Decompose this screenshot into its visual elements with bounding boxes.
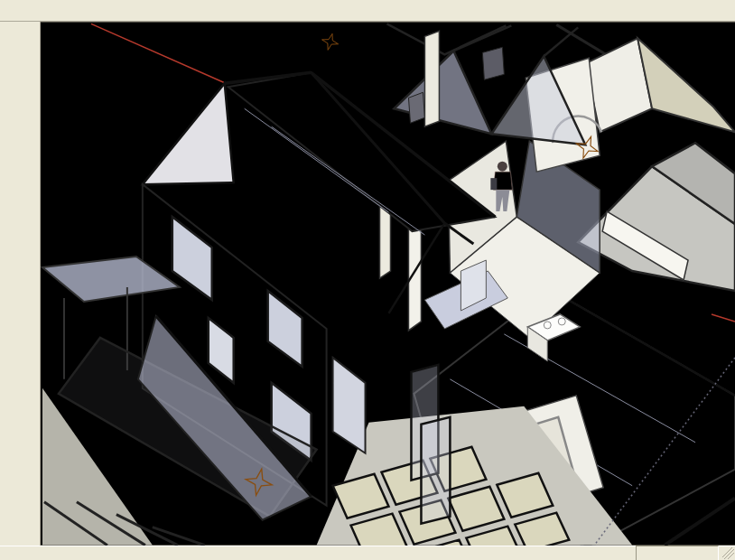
large-tool-set-toolbar: [0, 22, 41, 546]
viewport-3d-scene[interactable]: [41, 22, 735, 546]
measurements-box[interactable]: [636, 546, 719, 560]
top-toolbar: [0, 0, 735, 22]
status-bar: [0, 546, 735, 560]
bag: [490, 178, 497, 190]
resize-grip[interactable]: [722, 547, 734, 559]
